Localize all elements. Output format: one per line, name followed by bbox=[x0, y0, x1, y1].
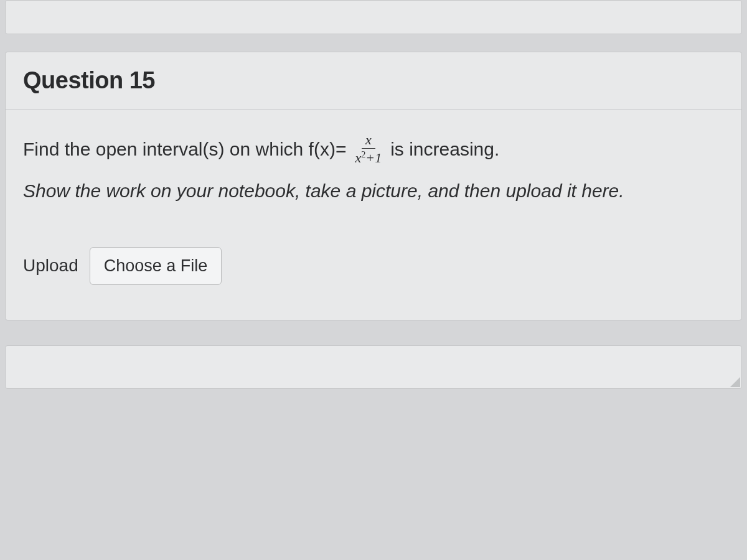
resize-handle-icon[interactable] bbox=[730, 377, 740, 387]
choose-file-button[interactable]: Choose a File bbox=[90, 247, 222, 285]
prompt-text-after: is increasing. bbox=[390, 136, 499, 163]
question-panel: Question 15 Find the open interval(s) on… bbox=[5, 52, 742, 320]
upload-row: Upload Choose a File bbox=[23, 247, 724, 285]
question-header: Question 15 bbox=[6, 52, 741, 110]
prompt-text-before: Find the open interval(s) on which f(x)= bbox=[23, 136, 346, 163]
question-prompt-line-1: Find the open interval(s) on which f(x)=… bbox=[23, 133, 724, 165]
question-instruction: Show the work on your notebook, take a p… bbox=[23, 177, 724, 205]
next-question-panel-edge bbox=[5, 345, 742, 389]
math-fraction: x x2+1 bbox=[352, 133, 384, 165]
fraction-denominator: x2+1 bbox=[352, 149, 384, 165]
fraction-numerator: x bbox=[362, 133, 375, 149]
question-title: Question 15 bbox=[23, 67, 724, 94]
question-body: Find the open interval(s) on which f(x)=… bbox=[6, 110, 741, 320]
previous-question-panel-edge bbox=[5, 0, 742, 34]
upload-label: Upload bbox=[23, 256, 78, 276]
